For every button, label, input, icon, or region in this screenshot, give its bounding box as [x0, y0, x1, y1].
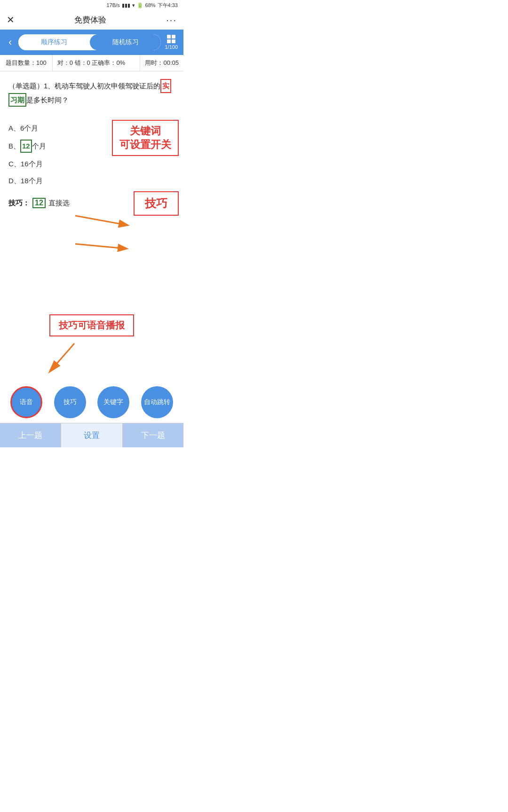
question-text: （单选题）1、机动车驾驶人初次申领驾驶证后的实 习期是多长时间？ — [8, 79, 175, 107]
keyword-shi: 实 — [160, 79, 171, 93]
main-content: （单选题）1、机动车驾驶人初次申领驾驶证后的实 习期是多长时间？ A、6个月 B… — [0, 71, 183, 423]
grid-icon — [167, 35, 175, 43]
voice-arrow-svg — [0, 341, 183, 379]
tab-random[interactable]: 随机练习 — [90, 34, 161, 50]
status-wifi: ▾ — [132, 2, 135, 8]
svg-line-1 — [75, 244, 126, 249]
voice-annotation-box: 技巧可语音播报 — [49, 314, 134, 336]
next-button[interactable]: 下一题 — [123, 423, 183, 447]
nav-bar: ‹ 顺序练习 随机练习 1/100 — [0, 30, 183, 55]
page-title: 免费体验 — [74, 15, 106, 25]
svg-line-0 — [75, 216, 127, 225]
close-icon[interactable]: ✕ — [7, 14, 15, 25]
status-signal: ▮▮▮ — [122, 2, 130, 8]
status-battery-icon: 🔋 — [137, 2, 143, 8]
tab-sequential[interactable]: 顺序练习 — [18, 34, 90, 50]
option-b-highlight: 12 — [20, 140, 32, 153]
question-count: 1/100 — [165, 44, 178, 50]
stats-time: 用时：00:05 — [140, 55, 183, 71]
question-suffix: 是多长时间？ — [26, 96, 69, 104]
voice-annotation-text: 技巧可语音播报 — [59, 320, 125, 330]
option-c[interactable]: C、16个月 — [8, 156, 175, 172]
question-prefix: （单选题）1、机动车驾驶人初次申领驾驶证后的 — [8, 82, 160, 90]
option-d[interactable]: D、18个月 — [8, 172, 175, 189]
stats-bar: 题目数量：100 对：0 错：0 正确率：0% 用时：00:05 — [0, 55, 183, 71]
tip-button[interactable]: 技巧 — [54, 386, 86, 418]
keyword-button[interactable]: 关键字 — [97, 386, 129, 418]
prev-button[interactable]: 上一题 — [0, 423, 61, 447]
tip-container: 技巧： 12 直接选 技巧 — [0, 193, 183, 211]
voice-annotation-area: 技巧可语音播报 — [0, 314, 183, 336]
stats-total: 题目数量：100 — [0, 55, 53, 71]
arrows-svg — [0, 211, 183, 305]
question-area: （单选题）1、机动车驾驶人初次申领驾驶证后的实 习期是多长时间？ — [0, 71, 183, 120]
back-button[interactable]: ‹ — [6, 35, 15, 49]
auto-jump-button[interactable]: 自动跳转 — [141, 386, 173, 418]
grid-view-button[interactable]: 1/100 — [165, 35, 178, 50]
keywords-annotation-box: 关键词可设置开关 — [112, 120, 179, 156]
status-bar: 17B/s ▮▮▮ ▾ 🔋 68% 下午4:33 — [0, 0, 183, 10]
status-time: 下午4:33 — [158, 2, 178, 9]
settings-button[interactable]: 设置 — [61, 423, 122, 447]
status-speed: 17B/s — [106, 2, 119, 8]
tip-annotation-text: 技巧 — [145, 197, 167, 210]
nav-bottom-bar: 上一题 设置 下一题 — [0, 423, 183, 447]
voice-button[interactable]: 语音 — [10, 386, 42, 418]
more-icon[interactable]: ··· — [166, 15, 177, 25]
options-container: A、6个月 B、12个月 C、16个月 D、18个月 关键词可设置开关 — [0, 120, 183, 189]
keyword-xiqi: 习期 — [8, 93, 26, 107]
practice-mode-tabs: 顺序练习 随机练习 — [18, 34, 161, 50]
tip-text: 直接选 — [48, 199, 70, 208]
stats-score: 对：0 错：0 正确率：0% — [53, 55, 141, 71]
top-bar: ✕ 免费体验 ··· — [0, 10, 183, 30]
keywords-annotation-text: 关键词可设置开关 — [119, 125, 171, 151]
bottom-buttons: 语音 技巧 关键字 自动跳转 — [0, 379, 183, 423]
tip-label: 技巧： — [8, 199, 30, 208]
status-battery: 68% — [145, 2, 156, 8]
svg-line-2 — [52, 344, 74, 369]
tip-annotation-box: 技巧 — [134, 191, 179, 216]
tip-highlight: 12 — [32, 198, 46, 208]
